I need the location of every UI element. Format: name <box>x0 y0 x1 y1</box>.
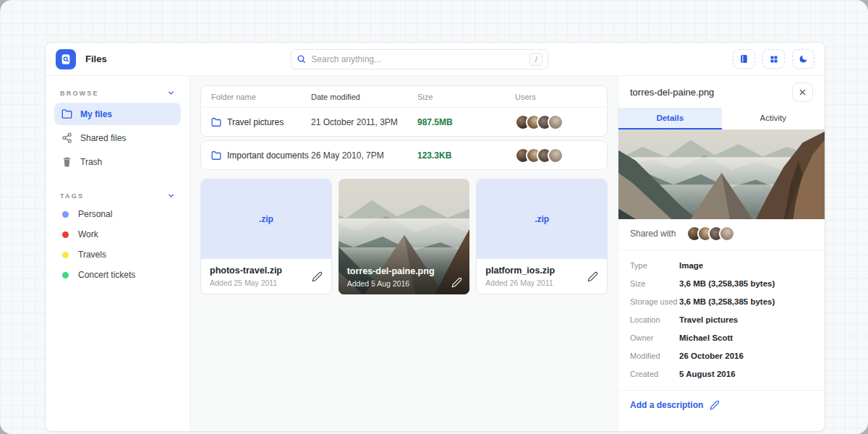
folder-name: Important documents <box>227 150 309 161</box>
detail-value: Image <box>679 261 703 270</box>
detail-value: Michael Scott <box>679 333 733 342</box>
edit-pencil-icon <box>710 400 720 410</box>
detail-value: 26 October 2016 <box>679 352 744 360</box>
main-content: Folder name Date modified Size Users <box>190 76 618 431</box>
tags-section-header[interactable]: TAGS <box>54 189 181 204</box>
tab-details[interactable]: Details <box>618 108 722 129</box>
trash-icon <box>61 156 72 167</box>
tag-label: Work <box>78 229 98 239</box>
grid-view-button[interactable] <box>762 49 785 69</box>
chevron-down-icon <box>167 192 175 200</box>
sidebar: BROWSE My files <box>46 76 190 431</box>
header-actions <box>733 49 814 69</box>
search-area: / <box>107 49 733 69</box>
zip-thumbnail: .zip <box>201 179 331 259</box>
zip-badge: .zip <box>535 214 549 224</box>
detail-label: Owner <box>630 333 679 342</box>
folder-size: 987.5MB <box>417 117 515 127</box>
tag-item-personal[interactable]: Personal <box>54 204 181 224</box>
detail-label: Created <box>630 370 679 378</box>
detail-row: Storage used 3,6 MB (3,258,385 bytes) <box>630 292 813 310</box>
edit-pencil-icon[interactable] <box>451 277 462 288</box>
detail-label: Type <box>630 261 679 270</box>
detail-value: Travel pictures <box>679 315 738 324</box>
panel-title: torres-del-paine.png <box>630 87 714 98</box>
sidebar-item-shared-files[interactable]: Shared files <box>54 127 181 149</box>
file-added-date: Added 26 May 2011 <box>485 278 555 287</box>
column-header: Size <box>417 93 515 101</box>
zip-thumbnail: .zip <box>477 179 607 259</box>
file-cards: .zip photos-travel.zip Added 25 May 2011 <box>200 179 608 294</box>
edit-pencil-icon[interactable] <box>587 271 598 282</box>
sidebar-item-trash[interactable]: Trash <box>54 150 181 173</box>
column-header: Users <box>515 93 597 101</box>
shared-with-label: Shared with <box>630 229 676 239</box>
file-name: photos-travel.zip <box>210 265 282 276</box>
top-bar: Files / <box>46 43 825 76</box>
detail-label: Modified <box>630 352 679 360</box>
folders-table-row-card: Important documents 26 May 2010, 7PM 123… <box>200 140 608 170</box>
browse-section-header[interactable]: BROWSE <box>54 86 181 101</box>
folder-name: Travel pictures <box>227 117 284 127</box>
tag-dot <box>62 211 69 218</box>
table-row[interactable]: Important documents 26 May 2010, 7PM 123… <box>201 141 607 169</box>
share-icon <box>61 132 72 143</box>
book-icon <box>739 54 749 64</box>
shared-avatars <box>686 226 735 242</box>
add-description-button[interactable]: Add a description <box>618 391 825 420</box>
add-description-label: Add a description <box>630 400 703 410</box>
tag-label: Personal <box>78 209 112 219</box>
tag-item-work[interactable]: Work <box>54 224 181 244</box>
detail-value: 5 August 2016 <box>679 370 736 378</box>
folder-icon <box>211 117 221 127</box>
file-details-list: Type Image Size 3,6 MB (3,258,385 bytes)… <box>618 250 825 391</box>
files-app-window: Files / <box>45 42 825 432</box>
close-icon <box>799 88 807 96</box>
folder-icon <box>61 109 72 119</box>
detail-value: 3,6 MB (3,258,385 bytes) <box>679 297 775 306</box>
details-panel: torres-del-paine.png Details Activity <box>618 76 825 431</box>
avatar <box>548 148 563 163</box>
detail-row: Created 5 August 2016 <box>630 365 813 383</box>
file-card-platform-ios[interactable]: .zip platform_ios.zip Added 26 May 2011 <box>476 179 608 294</box>
table-row[interactable]: Travel pictures 21 October 2011, 3PM 987… <box>201 108 607 136</box>
dark-mode-button[interactable] <box>792 49 814 69</box>
tab-activity[interactable]: Activity <box>722 108 825 129</box>
file-name: platform_ios.zip <box>485 265 555 276</box>
detail-row: Owner Michael Scott <box>630 328 813 346</box>
tag-dot <box>62 231 69 238</box>
file-name: torres-del-paine.png <box>347 266 435 276</box>
tag-label: Concert tickets <box>78 270 135 280</box>
edit-pencil-icon[interactable] <box>312 271 323 282</box>
close-panel-button[interactable] <box>792 82 813 102</box>
folders-table: Folder name Date modified Size Users <box>200 85 608 137</box>
sidebar-item-label: Trash <box>80 157 102 167</box>
sidebar-item-my-files[interactable]: My files <box>54 103 181 125</box>
panel-tabs: Details Activity <box>618 108 825 129</box>
search-box[interactable]: / <box>291 49 548 69</box>
book-button[interactable] <box>733 49 755 69</box>
grid-icon <box>770 55 778 64</box>
search-input[interactable] <box>311 54 524 64</box>
folder-size: 123.3KB <box>417 150 515 161</box>
date-modified: 21 October 2011, 3PM <box>311 117 417 127</box>
file-card-photos-travel[interactable]: .zip photos-travel.zip Added 25 May 2011 <box>200 179 332 294</box>
detail-label: Location <box>630 315 679 324</box>
sidebar-item-label: Shared files <box>80 133 126 143</box>
folder-icon <box>211 150 221 161</box>
detail-label: Storage used <box>630 297 679 306</box>
avatar <box>548 114 563 130</box>
table-header-row: Folder name Date modified Size Users <box>201 86 607 108</box>
tag-item-concert-tickets[interactable]: Concert tickets <box>54 265 181 285</box>
avatar <box>719 226 735 242</box>
detail-value: 3,6 MB (3,258,385 bytes) <box>679 279 775 288</box>
detail-label: Size <box>630 279 679 288</box>
chevron-down-icon <box>167 89 175 97</box>
file-card-torres-del-paine[interactable]: torres-del-paine.png Added 5 Aug 2016 <box>339 179 470 294</box>
image-preview <box>618 129 825 219</box>
files-logo-icon <box>56 49 76 69</box>
tag-item-travels[interactable]: Travels <box>54 244 181 265</box>
tags-label: TAGS <box>60 192 84 200</box>
detail-row: Type Image <box>630 256 813 274</box>
sidebar-item-label: My files <box>80 109 112 119</box>
